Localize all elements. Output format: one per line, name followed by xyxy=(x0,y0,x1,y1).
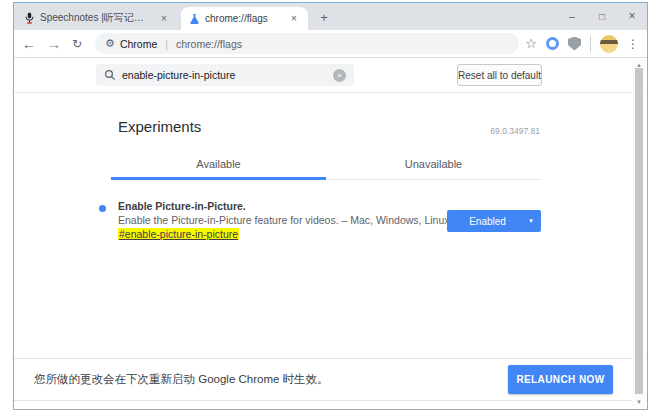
scrollbar-thumb[interactable] xyxy=(635,68,643,394)
site-label: Chrome xyxy=(120,38,157,50)
minimize-button[interactable]: – xyxy=(557,3,587,29)
back-icon[interactable]: ← xyxy=(22,37,36,51)
browser-window: Speechnotes |听写记事本 × chrome://flags × + … xyxy=(13,2,648,410)
browser-toolbar: ← → ↻ ⚙ Chrome | chrome://flags ☆ ⋮ xyxy=(14,30,647,58)
window-close-button[interactable]: × xyxy=(617,3,647,29)
chrome-version: 69.0.3497.81 xyxy=(490,126,540,136)
tab-chrome-flags[interactable]: chrome://flags × xyxy=(181,7,308,30)
page-scrollbar[interactable]: ▲ ▼ xyxy=(632,59,646,408)
profile-avatar[interactable] xyxy=(600,35,618,53)
tab-title: chrome://flags xyxy=(205,13,283,24)
flags-search-input[interactable] xyxy=(122,69,327,81)
tab-title: Speechnotes |听写记事本 xyxy=(40,11,153,25)
flag-value-label: Enabled xyxy=(447,216,528,227)
url-separator: | xyxy=(162,38,171,50)
close-icon[interactable]: × xyxy=(158,13,170,24)
bookmark-star-icon[interactable]: ☆ xyxy=(525,36,537,51)
search-icon xyxy=(104,69,116,81)
relaunch-bar: 您所做的更改会在下次重新启动 Google Chrome 时生效。 RELAUN… xyxy=(14,358,647,401)
window-controls: – □ × xyxy=(557,3,647,29)
clear-search-icon[interactable]: × xyxy=(333,69,346,82)
header-divider xyxy=(14,92,647,93)
tab-unavailable[interactable]: Unavailable xyxy=(326,153,541,180)
tab-strip: Speechnotes |听写记事本 × chrome://flags × + … xyxy=(14,3,647,30)
gear-icon[interactable]: ⚙ xyxy=(105,37,115,50)
flags-search-box: × xyxy=(96,64,354,86)
flags-page: × Reset all to default Experiments 69.0.… xyxy=(14,58,647,409)
flag-permalink[interactable]: #enable-picture-in-picture xyxy=(118,228,239,240)
reload-icon[interactable]: ↻ xyxy=(72,38,82,50)
flag-name: Enable Picture-in-Picture. xyxy=(118,200,246,212)
forward-icon[interactable]: → xyxy=(47,37,61,51)
flag-bullet-dot xyxy=(99,205,106,212)
extension-shield-icon[interactable] xyxy=(568,37,581,51)
close-icon[interactable]: × xyxy=(288,13,300,24)
availability-tabs: Available Unavailable xyxy=(111,153,541,180)
maximize-button[interactable]: □ xyxy=(587,3,617,29)
page-title: Experiments xyxy=(118,118,201,135)
toolbar-right-icons: ☆ ⋮ xyxy=(525,35,639,53)
menu-dots-icon[interactable]: ⋮ xyxy=(627,37,639,51)
flag-value-dropdown[interactable]: Enabled ▼ xyxy=(447,210,541,232)
extension-ring-icon[interactable] xyxy=(546,37,559,50)
new-tab-button[interactable]: + xyxy=(316,9,332,25)
tab-speechnotes[interactable]: Speechnotes |听写记事本 × xyxy=(18,7,176,29)
scroll-down-icon[interactable]: ▼ xyxy=(632,396,646,408)
flask-icon xyxy=(189,13,200,25)
address-bar[interactable]: ⚙ Chrome | chrome://flags xyxy=(95,33,519,54)
relaunch-message: 您所做的更改会在下次重新启动 Google Chrome 时生效。 xyxy=(34,372,329,387)
chevron-down-icon: ▼ xyxy=(528,218,534,224)
relaunch-now-button[interactable]: RELAUNCH NOW xyxy=(508,365,613,394)
url-text: chrome://flags xyxy=(176,38,242,50)
tab-available[interactable]: Available xyxy=(111,153,326,180)
reset-all-button[interactable]: Reset all to default xyxy=(457,64,542,86)
microphone-icon xyxy=(24,12,35,24)
toolbar-divider xyxy=(590,36,591,52)
